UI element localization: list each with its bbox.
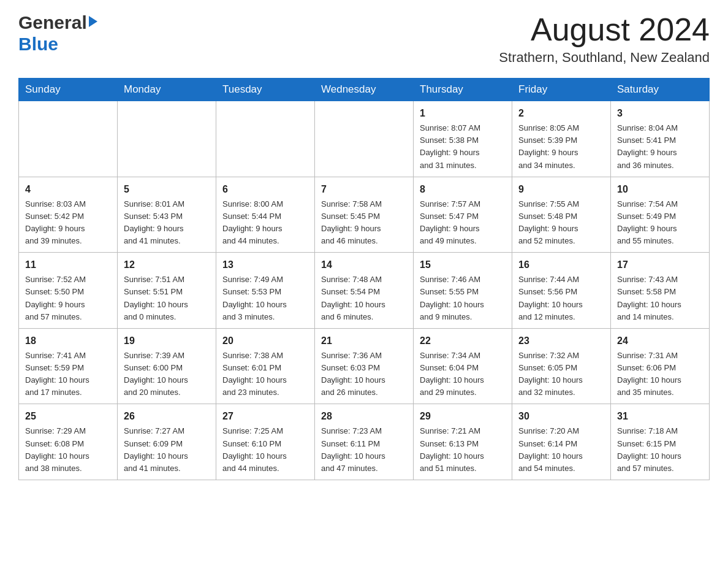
- day-number: 24: [617, 334, 703, 348]
- table-row: 5Sunrise: 8:01 AMSunset: 5:43 PMDaylight…: [118, 177, 216, 253]
- day-info: Sunrise: 8:04 AMSunset: 5:41 PMDaylight:…: [617, 122, 703, 172]
- day-info: Sunrise: 7:36 AMSunset: 6:03 PMDaylight:…: [321, 350, 407, 399]
- table-row: 16Sunrise: 7:44 AMSunset: 5:56 PMDayligh…: [512, 253, 611, 329]
- day-info: Sunrise: 8:00 AMSunset: 5:44 PMDaylight:…: [222, 198, 308, 248]
- day-number: 23: [518, 334, 604, 348]
- table-row: 14Sunrise: 7:48 AMSunset: 5:54 PMDayligh…: [315, 253, 414, 329]
- day-info: Sunrise: 7:46 AMSunset: 5:55 PMDaylight:…: [420, 274, 506, 323]
- day-info: Sunrise: 8:03 AMSunset: 5:42 PMDaylight:…: [25, 198, 111, 248]
- day-info: Sunrise: 7:52 AMSunset: 5:50 PMDaylight:…: [25, 274, 111, 323]
- day-info: Sunrise: 7:57 AMSunset: 5:47 PMDaylight:…: [420, 198, 506, 248]
- table-row: 4Sunrise: 8:03 AMSunset: 5:42 PMDaylight…: [19, 177, 118, 253]
- table-row: 8Sunrise: 7:57 AMSunset: 5:47 PMDaylight…: [414, 177, 512, 253]
- day-number: 15: [420, 258, 506, 272]
- day-info: Sunrise: 7:20 AMSunset: 6:14 PMDaylight:…: [518, 425, 604, 475]
- title-section: August 2024 Strathern, Southland, New Ze…: [499, 12, 710, 66]
- col-friday: Friday: [512, 79, 611, 101]
- table-row: 28Sunrise: 7:23 AMSunset: 6:11 PMDayligh…: [315, 404, 414, 480]
- calendar-header-row: Sunday Monday Tuesday Wednesday Thursday…: [19, 79, 710, 101]
- table-row: [118, 101, 216, 177]
- calendar-week-row: 4Sunrise: 8:03 AMSunset: 5:42 PMDaylight…: [19, 177, 710, 253]
- day-number: 13: [222, 258, 308, 272]
- day-number: 6: [222, 182, 308, 197]
- day-number: 9: [518, 182, 604, 197]
- table-row: 24Sunrise: 7:31 AMSunset: 6:06 PMDayligh…: [611, 328, 710, 404]
- location-text: Strathern, Southland, New Zealand: [499, 50, 710, 66]
- day-info: Sunrise: 7:54 AMSunset: 5:49 PMDaylight:…: [617, 198, 703, 248]
- table-row: 30Sunrise: 7:20 AMSunset: 6:14 PMDayligh…: [512, 404, 611, 480]
- calendar-week-row: 1Sunrise: 8:07 AMSunset: 5:38 PMDaylight…: [19, 101, 710, 177]
- table-row: 2Sunrise: 8:05 AMSunset: 5:39 PMDaylight…: [512, 101, 611, 177]
- table-row: 11Sunrise: 7:52 AMSunset: 5:50 PMDayligh…: [19, 253, 118, 329]
- day-info: Sunrise: 7:38 AMSunset: 6:01 PMDaylight:…: [222, 350, 308, 399]
- day-number: 8: [420, 182, 506, 197]
- day-number: 4: [25, 182, 111, 197]
- table-row: 27Sunrise: 7:25 AMSunset: 6:10 PMDayligh…: [216, 404, 315, 480]
- day-info: Sunrise: 7:49 AMSunset: 5:53 PMDaylight:…: [222, 274, 308, 323]
- day-number: 27: [222, 409, 308, 424]
- day-info: Sunrise: 7:27 AMSunset: 6:09 PMDaylight:…: [124, 425, 210, 475]
- table-row: 13Sunrise: 7:49 AMSunset: 5:53 PMDayligh…: [216, 253, 315, 329]
- table-row: 12Sunrise: 7:51 AMSunset: 5:51 PMDayligh…: [118, 253, 216, 329]
- day-number: 21: [321, 334, 407, 348]
- table-row: [315, 101, 414, 177]
- table-row: 25Sunrise: 7:29 AMSunset: 6:08 PMDayligh…: [19, 404, 118, 480]
- day-number: 20: [222, 334, 308, 348]
- table-row: 18Sunrise: 7:41 AMSunset: 5:59 PMDayligh…: [19, 328, 118, 404]
- table-row: 22Sunrise: 7:34 AMSunset: 6:04 PMDayligh…: [414, 328, 512, 404]
- table-row: 17Sunrise: 7:43 AMSunset: 5:58 PMDayligh…: [611, 253, 710, 329]
- table-row: 31Sunrise: 7:18 AMSunset: 6:15 PMDayligh…: [611, 404, 710, 480]
- logo: General Blue: [18, 12, 97, 55]
- day-info: Sunrise: 7:41 AMSunset: 5:59 PMDaylight:…: [25, 350, 111, 399]
- day-number: 31: [617, 409, 703, 424]
- calendar-week-row: 25Sunrise: 7:29 AMSunset: 6:08 PMDayligh…: [19, 404, 710, 480]
- day-number: 29: [420, 409, 506, 424]
- table-row: 29Sunrise: 7:21 AMSunset: 6:13 PMDayligh…: [414, 404, 512, 480]
- day-number: 12: [124, 258, 210, 272]
- table-row: 23Sunrise: 7:32 AMSunset: 6:05 PMDayligh…: [512, 328, 611, 404]
- day-info: Sunrise: 7:29 AMSunset: 6:08 PMDaylight:…: [25, 425, 111, 475]
- day-number: 16: [518, 258, 604, 272]
- day-number: 1: [420, 106, 506, 121]
- day-number: 17: [617, 258, 703, 272]
- day-number: 28: [321, 409, 407, 424]
- table-row: 20Sunrise: 7:38 AMSunset: 6:01 PMDayligh…: [216, 328, 315, 404]
- day-number: 26: [124, 409, 210, 424]
- day-info: Sunrise: 7:48 AMSunset: 5:54 PMDaylight:…: [321, 274, 407, 323]
- table-row: 3Sunrise: 8:04 AMSunset: 5:41 PMDaylight…: [611, 101, 710, 177]
- table-row: [216, 101, 315, 177]
- table-row: [19, 101, 118, 177]
- day-info: Sunrise: 7:34 AMSunset: 6:04 PMDaylight:…: [420, 350, 506, 399]
- day-info: Sunrise: 7:25 AMSunset: 6:10 PMDaylight:…: [222, 425, 308, 475]
- table-row: 10Sunrise: 7:54 AMSunset: 5:49 PMDayligh…: [611, 177, 710, 253]
- month-title: August 2024: [499, 12, 710, 47]
- calendar-week-row: 11Sunrise: 7:52 AMSunset: 5:50 PMDayligh…: [19, 253, 710, 329]
- day-info: Sunrise: 7:51 AMSunset: 5:51 PMDaylight:…: [124, 274, 210, 323]
- table-row: 6Sunrise: 8:00 AMSunset: 5:44 PMDaylight…: [216, 177, 315, 253]
- logo-general-text: General: [18, 12, 87, 34]
- col-tuesday: Tuesday: [216, 79, 315, 101]
- day-info: Sunrise: 7:18 AMSunset: 6:15 PMDaylight:…: [617, 425, 703, 475]
- day-number: 30: [518, 409, 604, 424]
- day-number: 18: [25, 334, 111, 348]
- day-number: 25: [25, 409, 111, 424]
- col-sunday: Sunday: [19, 79, 118, 101]
- day-info: Sunrise: 7:31 AMSunset: 6:06 PMDaylight:…: [617, 350, 703, 399]
- day-number: 14: [321, 258, 407, 272]
- col-saturday: Saturday: [611, 79, 710, 101]
- col-wednesday: Wednesday: [315, 79, 414, 101]
- day-info: Sunrise: 8:07 AMSunset: 5:38 PMDaylight:…: [420, 122, 506, 172]
- logo-blue-text: Blue: [18, 34, 97, 55]
- day-number: 3: [617, 106, 703, 121]
- table-row: 9Sunrise: 7:55 AMSunset: 5:48 PMDaylight…: [512, 177, 611, 253]
- day-number: 5: [124, 182, 210, 197]
- day-number: 19: [124, 334, 210, 348]
- day-info: Sunrise: 7:32 AMSunset: 6:05 PMDaylight:…: [518, 350, 604, 399]
- page-header: General Blue August 2024 Strathern, Sout…: [18, 12, 710, 66]
- logo-arrow-icon: [89, 16, 97, 27]
- table-row: 21Sunrise: 7:36 AMSunset: 6:03 PMDayligh…: [315, 328, 414, 404]
- day-number: 22: [420, 334, 506, 348]
- day-info: Sunrise: 7:39 AMSunset: 6:00 PMDaylight:…: [124, 350, 210, 399]
- day-info: Sunrise: 7:23 AMSunset: 6:11 PMDaylight:…: [321, 425, 407, 475]
- calendar-table: Sunday Monday Tuesday Wednesday Thursday…: [18, 78, 710, 480]
